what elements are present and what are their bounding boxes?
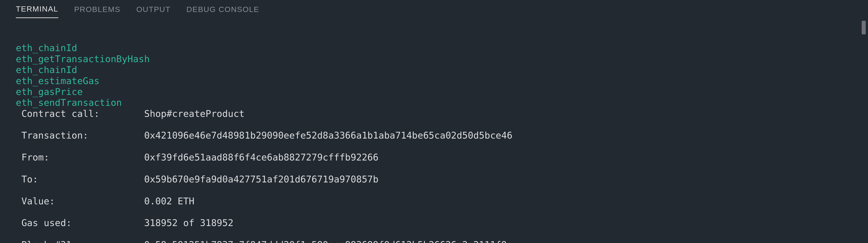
tx-key-to: To: (22, 174, 144, 185)
tx-val-from: 0xf39fd6e51aad88f6f4ce6ab8827279cfffb922… (144, 152, 379, 163)
tab-problems[interactable]: PROBLEMS (74, 5, 121, 18)
terminal-output: eth_chainId eth_getTransactionByHash eth… (16, 32, 852, 243)
tx-key-from: From: (22, 152, 144, 163)
tab-debug-console[interactable]: DEBUG CONSOLE (186, 5, 259, 18)
scrollbar-thumb[interactable] (862, 21, 866, 34)
terminal-view[interactable]: eth_chainId eth_getTransactionByHash eth… (0, 18, 868, 243)
bottom-panel: TERMINAL PROBLEMS OUTPUT DEBUG CONSOLE e… (0, 0, 868, 243)
tx-val-contract-call: Shop#createProduct (144, 108, 245, 119)
tx-val-value: 0.002 ETH (144, 196, 194, 207)
tx-val-transaction: 0x421096e46e7d48981b29090eefe52d8a3366a1… (144, 130, 513, 141)
rpc-line: eth_getTransactionByHash (16, 54, 150, 64)
tx-val-gas-used: 318952 of 318952 (144, 217, 234, 228)
rpc-line: eth_sendTransaction (16, 97, 122, 108)
tx-val-to: 0x59b670e9fa9d0a427751af201d676719a97085… (144, 174, 379, 185)
rpc-line: eth_estimateGas (16, 75, 99, 86)
tx-key-transaction: Transaction: (22, 130, 144, 141)
tx-key-contract-call: Contract call: (22, 108, 144, 119)
tx-key-value: Value: (22, 196, 144, 207)
tx-key-block: Block #31: (22, 239, 144, 243)
tx-key-gas-used: Gas used: (22, 217, 144, 228)
tab-output[interactable]: OUTPUT (136, 5, 170, 18)
rpc-line: eth_chainId (16, 64, 77, 75)
tx-val-block: 0x58a581251b7837c7f847ddd20f1c580ace8836… (144, 239, 513, 243)
rpc-line: eth_gasPrice (16, 86, 83, 97)
rpc-line: eth_chainId (16, 42, 77, 53)
panel-tabbar: TERMINAL PROBLEMS OUTPUT DEBUG CONSOLE (0, 0, 868, 18)
tab-terminal[interactable]: TERMINAL (16, 4, 58, 18)
